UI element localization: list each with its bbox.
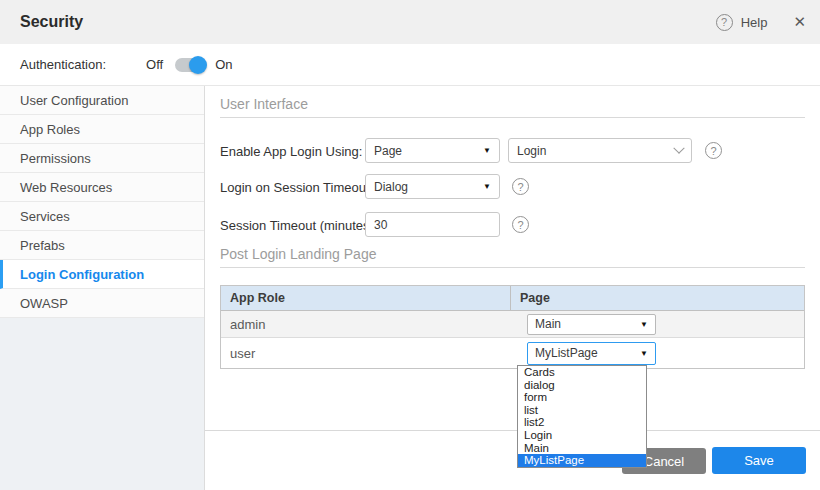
table-row-admin: admin Main ▼ [221, 311, 804, 338]
login-session-timeout-select[interactable]: Dialog ▼ [365, 174, 500, 199]
column-header-app-role: App Role [221, 286, 511, 310]
enable-app-login-label: Enable App Login Using: [220, 144, 362, 159]
page-title: Security [20, 0, 83, 44]
help-link[interactable]: Help [741, 15, 768, 30]
caret-down-icon: ▼ [483, 182, 491, 191]
toggle-off-label: Off [146, 57, 163, 72]
page-cell: MyListPage ▼ [511, 338, 804, 368]
app-role-cell: user [221, 338, 511, 368]
dropdown-option-login[interactable]: Login [518, 429, 646, 442]
dropdown-option-form[interactable]: form [518, 391, 646, 404]
sidebar-item-web-resources[interactable]: Web Resources [0, 173, 204, 202]
select-value: Page [374, 144, 402, 158]
sidebar-item-app-roles[interactable]: App Roles [0, 115, 204, 144]
authentication-bar: Authentication: Off On [0, 44, 820, 86]
enable-app-login-page-select[interactable]: Login [508, 138, 692, 163]
sidebar-item-permissions[interactable]: Permissions [0, 144, 204, 173]
sidebar-item-services[interactable]: Services [0, 202, 204, 231]
session-timeout-help-icon[interactable]: ? [512, 216, 529, 233]
section-divider [220, 267, 805, 268]
page-dropdown-list: Cards dialog form list list2 Login Main … [517, 365, 647, 468]
section-divider [220, 117, 805, 118]
dropdown-option-cards[interactable]: Cards [518, 366, 646, 379]
select-value: Main [535, 317, 561, 331]
page-header: Security ? Help ✕ [0, 0, 820, 44]
dropdown-option-mylistpage[interactable]: MyListPage [518, 454, 646, 467]
help-question-icon[interactable]: ? [716, 14, 733, 31]
dropdown-option-list2[interactable]: list2 [518, 416, 646, 429]
section-title-post-login: Post Login Landing Page [220, 246, 376, 262]
save-button[interactable]: Save [712, 447, 806, 474]
dropdown-option-dialog[interactable]: dialog [518, 379, 646, 392]
login-session-timeout-help-icon[interactable]: ? [512, 178, 529, 195]
app-role-cell: admin [221, 311, 511, 337]
select-value: Login [517, 144, 546, 158]
table-header-row: App Role Page [221, 286, 804, 311]
toggle-on-label: On [215, 57, 232, 72]
caret-down-icon: ▼ [640, 349, 648, 358]
section-title-user-interface: User Interface [220, 96, 308, 112]
sidebar-item-login-configuration[interactable]: Login Configuration [0, 260, 204, 289]
admin-page-select[interactable]: Main ▼ [527, 314, 656, 335]
close-icon[interactable]: ✕ [793, 13, 806, 31]
login-session-timeout-label: Login on Session Timeout: [220, 180, 373, 195]
dropdown-option-list[interactable]: list [518, 404, 646, 417]
landing-page-table: App Role Page admin Main ▼ user MyListPa… [220, 285, 805, 369]
session-timeout-minutes-label: Session Timeout (minutes): [220, 218, 378, 233]
select-value: MyListPage [535, 346, 598, 360]
page-cell: Main ▼ [511, 311, 804, 337]
enable-app-login-type-select[interactable]: Page ▼ [365, 138, 500, 163]
session-timeout-input[interactable] [365, 212, 500, 237]
footer-divider [205, 430, 820, 431]
table-row-user: user MyListPage ▼ [221, 338, 804, 368]
toggle-knob [189, 56, 207, 74]
user-page-select[interactable]: MyListPage ▼ [527, 342, 656, 365]
sidebar-item-owasp[interactable]: OWASP [0, 289, 204, 318]
column-header-page: Page [511, 286, 804, 310]
authentication-toggle[interactable] [175, 57, 205, 73]
header-actions: ? Help ✕ [716, 0, 806, 44]
select-value: Dialog [374, 180, 408, 194]
chevron-down-icon [673, 142, 684, 153]
settings-sidebar: User Configuration App Roles Permissions… [0, 86, 205, 490]
sidebar-item-prefabs[interactable]: Prefabs [0, 231, 204, 260]
sidebar-item-user-configuration[interactable]: User Configuration [0, 86, 204, 115]
enable-app-login-help-icon[interactable]: ? [705, 142, 722, 159]
caret-down-icon: ▼ [483, 146, 491, 155]
authentication-label: Authentication: [20, 57, 106, 72]
dropdown-option-main[interactable]: Main [518, 442, 646, 455]
caret-down-icon: ▼ [640, 320, 648, 329]
security-page: Security ? Help ✕ Authentication: Off On… [0, 0, 820, 490]
